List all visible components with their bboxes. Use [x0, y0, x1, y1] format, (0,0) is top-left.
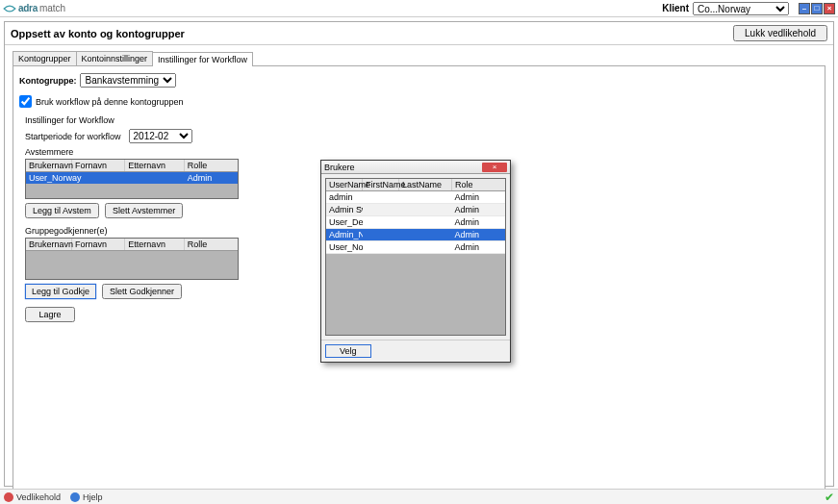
table-row[interactable]: User_Den...Admin: [326, 216, 505, 229]
bruk-workflow-checkbox[interactable]: [19, 95, 32, 108]
adra-logo-icon: [3, 2, 16, 15]
table-row[interactable]: Admin Swe...Admin: [326, 204, 505, 216]
workflow-section-title: Instillinger for Workflow: [25, 115, 819, 125]
grid-header: Brukernavn Fornavn Etternavn Rolle: [26, 239, 238, 251]
tabs: Kontogrupper Kontoinnstillinger Instilli…: [13, 51, 825, 66]
logo-text-sub: match: [39, 3, 65, 13]
lukk-vedlikehold-button[interactable]: Lukk vedlikehold: [733, 25, 827, 41]
app-logo: adra match: [3, 2, 65, 15]
col-brukernavn: Brukernavn: [26, 160, 72, 171]
klient-dropdown[interactable]: Co...Norway: [693, 2, 789, 15]
vedlikehold-icon: [4, 492, 13, 502]
col-rolle: Rolle: [185, 160, 238, 171]
kontogruppe-label: Kontogruppe:: [19, 76, 76, 86]
statusbar: Vedlikehold Hjelp ✔: [0, 489, 838, 504]
table-row[interactable]: User_Norway Admin: [26, 172, 238, 184]
col-firstname: FirstName: [363, 179, 399, 190]
tab-instillinger-workflow[interactable]: Instillinger for Workflow: [152, 52, 253, 66]
kontogruppe-dropdown[interactable]: Bankavstemming: [80, 73, 176, 88]
brukere-grid[interactable]: UserName FirstName LastName Role adminAd…: [325, 178, 506, 336]
startperiode-dropdown[interactable]: 2012-02: [129, 129, 192, 143]
klient-label: Klient: [662, 3, 689, 13]
lagre-button[interactable]: Lagre: [25, 307, 75, 322]
avstemmere-label: Avstemmere: [25, 147, 819, 157]
table-row[interactable]: User_Norw...Admin: [326, 241, 505, 254]
window-minimize-button[interactable]: –: [799, 3, 810, 14]
slett-avstemmer-button[interactable]: Slett Avstemmer: [105, 203, 183, 218]
status-ok-icon: ✔: [825, 491, 834, 504]
legg-til-godkje-button[interactable]: Legg til Godkje: [25, 284, 96, 299]
velg-button[interactable]: Velg: [325, 344, 371, 358]
dialog-close-button[interactable]: ×: [482, 163, 507, 172]
col-username: UserName: [326, 179, 363, 190]
startperiode-label: Startperiode for workflow: [25, 132, 121, 141]
top-toolbar: adra match Klient Co...Norway – □ ×: [0, 0, 838, 17]
col-fornavn: Fornavn: [72, 160, 125, 171]
dialog-titlebar[interactable]: Brukere ×: [321, 161, 510, 174]
status-hjelp[interactable]: Hjelp: [70, 492, 103, 502]
col-brukernavn: Brukernavn: [26, 239, 72, 250]
status-vedlikehold[interactable]: Vedlikehold: [4, 492, 61, 502]
window-maximize-button[interactable]: □: [811, 3, 823, 14]
slett-godkjenner-button[interactable]: Slett Godkjenner: [102, 284, 182, 299]
dialog-title: Brukere: [324, 163, 355, 172]
tab-kontogrupper[interactable]: Kontogrupper: [13, 51, 77, 65]
legg-til-avstem-button[interactable]: Legg til Avstem: [25, 203, 99, 218]
col-lastname: LastName: [399, 179, 452, 190]
col-rolle: Rolle: [185, 239, 238, 250]
logo-text-main: adra: [18, 3, 38, 13]
col-role: Role: [452, 179, 505, 190]
grid-header: Brukernavn Fornavn Etternavn Rolle: [26, 160, 238, 172]
grid-header: UserName FirstName LastName Role: [326, 179, 505, 191]
help-icon: [70, 492, 80, 502]
brukere-dialog: Brukere × UserName FirstName LastName Ro…: [320, 160, 511, 363]
table-row[interactable]: adminAdmin: [326, 191, 505, 204]
page-title: Oppsett av konto og kontogrupper: [11, 28, 185, 39]
window-close-button[interactable]: ×: [824, 3, 835, 14]
col-fornavn: Fornavn: [72, 239, 125, 250]
tab-kontoinnstillinger[interactable]: Kontoinnstillinger: [76, 51, 154, 65]
godkjenner-grid[interactable]: Brukernavn Fornavn Etternavn Rolle: [25, 238, 239, 280]
col-etternavn: Etternavn: [125, 160, 184, 171]
avstemmere-grid[interactable]: Brukernavn Fornavn Etternavn Rolle User_…: [25, 159, 239, 199]
col-etternavn: Etternavn: [125, 239, 184, 250]
bruk-workflow-label: Bruk workflow på denne kontogruppen: [36, 97, 184, 107]
table-row[interactable]: Admin_Nor...Admin: [326, 229, 505, 241]
